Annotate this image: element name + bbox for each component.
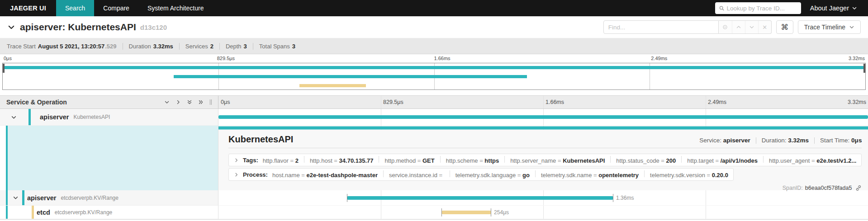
next-match-button[interactable] [745,21,758,33]
trace-view-selector[interactable]: Trace Timeline [798,20,861,34]
focus-match-button[interactable] [719,21,732,33]
ruler-tick: 3.32ms [848,99,866,105]
app-brand[interactable]: JAEGER UI [0,0,56,16]
find-input[interactable] [603,20,719,34]
kv-pair: http.status_code = 200 [616,157,676,164]
nav-tab-search[interactable]: Search [56,0,94,16]
span-name-cell[interactable]: etcd etcdserverpb.KV/Range [0,206,218,219]
divider [644,170,645,177]
nav-tab-system-architecture[interactable]: System Architecture [138,0,213,16]
minimap-tick-labels: 0μs 829.5μs 1.66ms 2.49ms 3.32ms [0,54,868,63]
prev-match-button[interactable] [732,21,745,33]
divider [763,156,764,163]
span-row-etcd-kv-range: etcd etcdserverpb.KV/Range 254μs [0,206,868,219]
divider [440,156,441,163]
clear-find-button[interactable]: ✕ [758,21,771,33]
kv-pair: http.user_agent = e2e.test/v1.2... [769,157,856,164]
summary-services: Services2 [185,43,213,50]
trace-view-selector-label: Trace Timeline [804,24,845,31]
target-icon [722,24,728,30]
tick-label: 829.5μs [217,56,235,61]
span-bar[interactable]: 254μs [441,211,491,214]
span-timeline-cell[interactable]: 1.36ms [218,190,868,206]
trace-id-input[interactable] [727,5,797,12]
bar-start-tick [441,208,442,216]
expand-one-icon[interactable] [175,99,181,105]
span-rows: apiserver KubernetesAPI [0,109,868,221]
tick-label: 1.66ms [434,56,451,61]
span-detail-panel: KubernetesAPI Service: apiserver Duratio… [218,130,868,190]
command-icon: ⌘ [781,23,788,32]
gridline [381,206,381,219]
divider [179,43,180,50]
process-accordion[interactable]: Process: host.name = e2e-test-dashpole-m… [228,168,734,181]
service-color-accent [32,206,34,219]
tick-label: 2.49ms [651,56,667,61]
selected-span-bar-row [0,126,868,130]
service-name: apiserver [27,194,57,202]
span-row-apiserver-kv-range: apiserver etcdserverpb.KV/Range 1.36ms [0,190,868,206]
chevron-down-icon [749,24,754,30]
span-bar[interactable]: 1.36ms [347,196,613,200]
selected-span-timeline[interactable] [218,126,868,130]
bar-end-tick [613,194,613,202]
span-detail-meta: Service: apiserver Duration: 3.32ms Star… [699,137,862,144]
divider [383,170,384,177]
ruler-tick: 829.5μs [381,99,403,105]
service-operation-title: Service & Operation [6,99,67,106]
tags-accordion[interactable]: Tags: http.flavor = 2http.host = 34.70.1… [228,154,862,166]
kv-pair: http.host = 34.70.135.77 [310,157,374,164]
ruler-tick: 2.49ms [706,99,726,105]
chevron-right-icon [234,158,239,163]
gridline [706,206,706,219]
nav-tab-compare[interactable]: Compare [94,0,138,16]
span-detail-row: KubernetesAPI Service: apiserver Duratio… [0,130,868,190]
tags-label: Tags: [243,157,258,164]
trace-summary-bar: Trace Start August 5 2021, 13:20:57.529 … [0,38,868,54]
gridline [543,206,544,219]
viewport-left-handle[interactable] [3,64,5,73]
minimap-span-bar [3,66,865,69]
timeline-ruler: 0μs 829.5μs 1.66ms 2.49ms 3.32ms [218,96,868,108]
summary-duration: Duration3.32ms [129,43,173,50]
process-label: Process: [243,171,268,178]
indent-guide [6,190,8,205]
chevron-down-icon[interactable] [13,195,19,201]
kv-pair: service.instance.id = [389,172,444,179]
kv-pair: telemetry.sdk.language = go [455,172,530,179]
divider [228,148,862,148]
span-timeline-cell[interactable]: 254μs [218,206,868,219]
divider [450,170,450,177]
span-bar[interactable] [218,126,868,129]
trace-header-controls: ✕ ⌘ Trace Timeline [603,20,861,34]
span-duration-label: 1.36ms [616,195,634,201]
search-icon [719,5,724,11]
keyboard-shortcuts-button[interactable]: ⌘ [776,20,793,34]
span-name-cell[interactable]: apiserver KubernetesAPI [0,109,218,126]
timeline-minimap[interactable] [2,63,866,90]
divider [253,43,253,50]
minimap-span-bar [174,75,527,78]
selected-row-highlight [8,130,218,190]
collapse-all-icon[interactable] [187,99,192,105]
collapse-one-icon[interactable] [164,99,170,105]
bottom-filler [0,219,868,221]
span-name-cell[interactable]: apiserver etcdserverpb.KV/Range [0,190,218,206]
process-list: host.name = e2e-test-dashpole-masterserv… [272,170,728,179]
about-jaeger-label: About Jaeger [810,5,849,12]
column-resizer[interactable] [210,99,212,105]
operation-name: etcdserverpb.KV/Range [55,209,112,216]
trace-id-search[interactable] [715,2,801,14]
collapse-trace-icon[interactable] [7,23,15,31]
expand-all-icon[interactable] [198,99,204,105]
service-name: etcd [37,209,50,216]
about-jaeger-menu[interactable]: About Jaeger [810,5,857,12]
span-bar[interactable] [218,115,868,119]
chevron-down-icon [852,5,857,11]
service-name: apiserver [40,113,69,121]
chevron-down-icon[interactable] [11,114,17,120]
viewport-right-handle[interactable] [863,64,865,73]
span-timeline-cell[interactable] [218,109,868,126]
tick-label: 0μs [4,56,12,61]
find-bar: ✕ [603,20,772,34]
